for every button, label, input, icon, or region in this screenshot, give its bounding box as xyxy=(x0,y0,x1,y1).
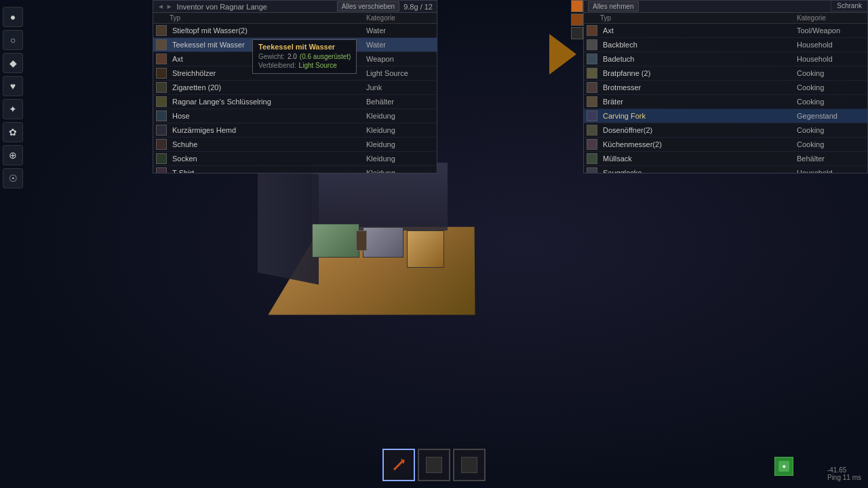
inventory-columns: Typ Kategorie xyxy=(153,13,437,24)
hotbar-slot-1[interactable] xyxy=(382,449,415,481)
s-name-carving-fork: Carving Fork xyxy=(600,112,797,120)
sidebar-icon-2[interactable]: ○ xyxy=(3,30,23,50)
storage-panel: Alles nehmen 17.8 / 50 Schrank Typ Kateg… xyxy=(583,0,868,174)
inventory-header: ◄ ► Inventor von Ragnar Lange Alles vers… xyxy=(153,1,437,13)
storage-item-badetuch[interactable]: Badetuch Household xyxy=(584,52,867,66)
hotbar-slot-3[interactable] xyxy=(453,449,486,481)
inv-icon-hose xyxy=(156,110,167,121)
sidebar-icon-6[interactable]: ✿ xyxy=(3,122,23,142)
inv-type-tshirt: Kleidung xyxy=(366,169,434,173)
inv-icon-zigaretten xyxy=(156,82,167,93)
inventory-panel: ◄ ► Inventor von Ragnar Lange Alles vers… xyxy=(153,0,437,174)
hotbar-slot-2[interactable] xyxy=(418,449,450,481)
s-type-backblech: Household xyxy=(797,41,865,49)
storage-item-brotmesser[interactable]: Brotmesser Cooking xyxy=(584,81,867,95)
storage-item-saugglocke[interactable]: Saugglocke Household xyxy=(584,166,867,173)
green-icon-svg: ✦ xyxy=(777,460,791,473)
col-type: Typ xyxy=(170,14,366,22)
inv-item-hose[interactable]: Hose Kleidung xyxy=(153,109,437,123)
col-category: Kategorie xyxy=(366,14,434,22)
green-icon-button[interactable]: ✦ xyxy=(774,457,793,476)
inv-name-stieltopf: Stieltopf mit Wasser(2) xyxy=(170,26,366,35)
tooltip-remaining-value: Light Source xyxy=(299,62,337,69)
transfer-all-button[interactable]: Alles verschieben xyxy=(337,1,399,12)
storage-item-brater[interactable]: Bräter Cooking xyxy=(584,95,867,109)
inv-name-hose: Hose xyxy=(170,112,366,120)
s-icon-badetuch xyxy=(587,54,597,64)
storage-item-kuchenmesser[interactable]: Küchenmesser(2) Cooking xyxy=(584,138,867,152)
storage-item-axt[interactable]: Axt Tool/Weapon xyxy=(584,24,867,38)
s-name-mullsack: Müllsack xyxy=(600,155,797,163)
inv-item-hemd[interactable]: Kurzärmiges Hemd Kleidung xyxy=(153,123,437,138)
inv-type-zigaretten: Junk xyxy=(366,83,434,92)
inv-icon-hemd xyxy=(156,125,167,136)
s-icon-dosenoffner xyxy=(587,125,597,136)
storage-item-dosenoffner[interactable]: Dosenöffner(2) Cooking xyxy=(584,123,867,138)
s-name-kuchenmesser: Küchenmesser(2) xyxy=(600,140,797,148)
inv-type-hose: Kleidung xyxy=(366,112,434,120)
storage-item-mullsack[interactable]: Müllsack Behälter xyxy=(584,152,867,166)
inv-type-hemd: Kleidung xyxy=(366,126,434,134)
ping-value: Ping 11 ms xyxy=(827,474,861,481)
storage-item-backblech[interactable]: Backblech Household xyxy=(584,38,867,52)
sidebar-icon-7[interactable]: ⊕ xyxy=(3,145,23,165)
tooltip-weight-row: Gewicht: 2.0 (0.6 ausgerüstet) xyxy=(258,53,351,60)
inv-item-stieltopf[interactable]: Stieltopf mit Wasser(2) Water xyxy=(153,24,437,38)
schrank-label: Schrank xyxy=(831,1,867,12)
inv-item-tshirt[interactable]: T-Shirt Kleidung xyxy=(153,166,437,173)
sidebar-icon-3[interactable]: ◆ xyxy=(3,53,23,73)
inv-name-hemd: Kurzärmiges Hemd xyxy=(170,126,366,134)
inv-type-axt: Weapon xyxy=(366,55,434,63)
swatch-orange xyxy=(571,0,583,12)
inv-icon-tshirt xyxy=(156,167,167,173)
wall-left xyxy=(258,163,319,285)
col-icon xyxy=(156,14,170,22)
svg-line-0 xyxy=(394,460,403,470)
inv-name-zigaretten: Zigaretten (20) xyxy=(170,83,366,92)
sidebar-icon-5[interactable]: ✦ xyxy=(3,99,23,119)
s-name-brater: Bräter xyxy=(600,98,797,106)
inventory-title: Inventor von Ragnar Lange xyxy=(177,3,333,11)
s-type-brater: Cooking xyxy=(797,98,865,106)
hotbar xyxy=(382,449,486,481)
tooltip-weight-label: Gewicht: xyxy=(258,53,285,60)
s-type-axt: Tool/Weapon xyxy=(797,26,865,35)
storage-list: Axt Tool/Weapon Backblech Household Bade… xyxy=(584,24,867,173)
inv-icon-stieltopf xyxy=(156,25,167,36)
sidebar-icon-1[interactable]: ● xyxy=(3,7,23,27)
inv-item-socken[interactable]: Socken Kleidung xyxy=(153,152,437,166)
storage-item-carving-fork[interactable]: Carving Fork Gegenstand xyxy=(584,109,867,123)
inv-name-schlüsselring: Ragnar Lange's Schlüsselring xyxy=(170,98,366,106)
sidebar-icon-4[interactable]: ♥ xyxy=(3,76,23,96)
storage-header: Alles nehmen 17.8 / 50 Schrank xyxy=(584,1,867,13)
inv-type-teekessel: Water xyxy=(366,41,434,49)
s-icon-bratpfanne xyxy=(587,68,597,79)
color-swatches xyxy=(571,0,583,39)
inv-icon-schuhe xyxy=(156,139,167,150)
coordinates: -41.65 Ping 11 ms xyxy=(827,466,861,481)
hotbar-icon-2 xyxy=(426,457,442,473)
tooltip-equipped-status: (0.6 ausgerüstet) xyxy=(300,53,351,60)
hotbar-icon-1 xyxy=(389,455,409,475)
take-all-button[interactable]: Alles nehmen xyxy=(588,1,639,12)
coord-value: -41.65 xyxy=(827,466,861,474)
inv-item-zigaretten[interactable]: Zigaretten (20) Junk xyxy=(153,81,437,95)
inv-icon-schlüsselring xyxy=(156,96,167,107)
swatch-dark xyxy=(571,27,583,39)
s-icon-carving-fork xyxy=(587,110,597,121)
s-name-badetuch: Badetuch xyxy=(600,55,797,63)
s-col-type: Typ xyxy=(600,14,797,22)
item-tooltip: Teekessel mit Wasser Gewicht: 2.0 (0.6 a… xyxy=(252,39,357,74)
s-icon-brater xyxy=(587,96,597,107)
s-icon-backblech xyxy=(587,39,597,50)
inv-item-schuhe[interactable]: Schuhe Kleidung xyxy=(153,138,437,152)
storage-item-bratpfanne[interactable]: Bratpfanne (2) Cooking xyxy=(584,66,867,81)
s-type-dosenoffner: Cooking xyxy=(797,126,865,134)
inv-type-schlüsselring: Behälter xyxy=(366,98,434,106)
s-type-badetuch: Household xyxy=(797,55,865,63)
inv-item-schlüsselring[interactable]: Ragnar Lange's Schlüsselring Behälter xyxy=(153,95,437,109)
s-name-brotmesser: Brotmesser xyxy=(600,83,797,92)
hotbar-icon-3 xyxy=(461,457,477,473)
s-type-carving-fork: Gegenstand xyxy=(797,112,865,120)
sidebar-icon-8[interactable]: ☉ xyxy=(3,168,23,188)
